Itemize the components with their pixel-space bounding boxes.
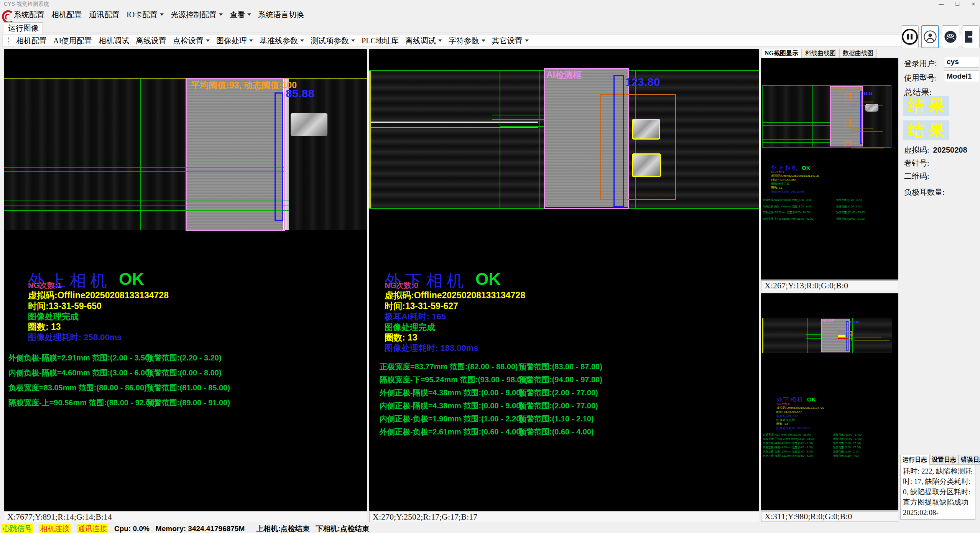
lower-camera-check-status: 下相机:点检结束	[316, 524, 369, 533]
login-user-field[interactable]: cys	[944, 56, 979, 67]
mini-virtual-code: 虚拟码:Offline20250208133134728	[776, 406, 824, 410]
tab-data-curve[interactable]: 数据曲线图	[839, 49, 877, 58]
maximize-icon[interactable]: ☐	[952, 0, 963, 7]
mini-annotation-mark	[850, 131, 883, 132]
time-label: 时间:13-31-59-627	[385, 300, 458, 312]
green-vline	[539, 71, 540, 208]
mini-annotation-mark	[850, 105, 883, 105]
tool-test-item-params[interactable]: 测试项参数	[311, 36, 355, 46]
mini-image-band: AI检测框 123.80	[762, 318, 892, 353]
mini-virtual-code: 虚拟码:Offline20250208133134728	[771, 174, 819, 178]
user-management-button[interactable]	[942, 25, 959, 48]
blue-measure-value: 123.80	[625, 76, 660, 89]
users-group-icon	[944, 30, 957, 43]
tool-baseline-params[interactable]: 基准线参数	[260, 36, 304, 46]
tab-detect-box-yellow	[632, 119, 660, 140]
pause-icon	[902, 29, 918, 45]
mini-measurement: 内侧正极-负极=1.90mm 范围:(1.00 - 2.20)	[763, 450, 813, 454]
ng-preview-upper[interactable]: 平均阈值:93, 动态阈值:100 85.88 外上相机 OK NG次数:1 虚…	[761, 58, 898, 280]
mini-image-band: 平均阈值:93, 动态阈值:100 85.88	[762, 85, 891, 148]
loop-count-label: 圈数: 13	[385, 332, 418, 344]
virtual-code-label: 虚拟码:Offline20250208133134728	[385, 290, 525, 301]
menu-camera-config[interactable]: 相机配置	[51, 10, 82, 20]
menu-io-card-config[interactable]: IO卡配置	[127, 10, 164, 20]
menu-language-switch[interactable]: 系统语言切换	[258, 10, 304, 20]
toolbar-grip-handle[interactable]	[8, 37, 9, 44]
ai-time-label: 极耳AI耗时: 165	[385, 311, 446, 322]
login-user-label: 登录用户:	[904, 58, 937, 69]
measurement-warn: 预警范围:(94.00 - 97.00)	[519, 375, 602, 385]
tool-camera-debug[interactable]: 相机调试	[99, 36, 129, 46]
menu-view[interactable]: 查看	[230, 10, 251, 20]
tab-material-curve[interactable]: 料线曲线图	[802, 49, 839, 58]
lower-camera-view[interactable]: AI检测框 123.80 外下相机 OK NG次数:0 虚拟码:Offline2…	[369, 49, 759, 511]
camera-connection-indicator: 相机连接	[39, 524, 71, 533]
ng-preview-lower[interactable]: AI检测框 123.80 外下相机 OK NG次数:0 虚拟码:Offline2…	[761, 293, 898, 510]
tool-char-params[interactable]: 字符参数	[449, 36, 485, 46]
measurement-warn: 预警范围:(2.00 - 77.00)	[519, 401, 598, 411]
mini-threshold-text: 平均阈值:93, 动态阈值:100	[831, 86, 862, 90]
mini-measurement: 预警范围:(0.60 - 4.00)	[833, 454, 859, 458]
mini-measurement: 预警范围:(94.00 - 97.00)	[833, 437, 862, 441]
upper-camera-view[interactable]: 平均阈值:93, 动态阈值:100 85.88 外上相机 OK NG次数:1 虚…	[4, 49, 367, 511]
tool-ai-usage-config[interactable]: AI使用配置	[53, 36, 92, 46]
ng-count-label: NG次数:1	[28, 280, 62, 291]
tool-image-processing[interactable]: 图像处理	[216, 36, 253, 46]
run-log-text[interactable]: 耗时: 222, 缺陷检测耗时: 17, 缺陷分类耗时: 0, 缺陷提取分区耗时…	[900, 465, 975, 520]
roi-box-pink	[186, 78, 285, 231]
chevron-down-icon	[525, 39, 529, 42]
result-badge-1: 结果	[903, 96, 949, 116]
memory-usage: Memory: 3424.41796875M	[156, 525, 245, 533]
measurement-value: 隔膜宽度-下=95.24mm 范围:(93.00 - 98.00)	[380, 375, 528, 385]
measurement-warn: 预警范围:(1.10 - 2.10)	[519, 414, 594, 424]
measurement-warn: 预警范围:(83.00 - 87.00)	[519, 362, 602, 372]
chevron-down-icon	[249, 39, 253, 42]
measurement-warn: 预警范围:(2.00 - 77.00)	[519, 388, 598, 398]
mini-measurement: 预警范围:(2.00 - 77.00)	[833, 446, 861, 449]
tab-settings-log[interactable]: 设置日志	[929, 455, 959, 465]
mini-camera-result: OK	[807, 396, 816, 403]
mini-defect-box-orange	[845, 141, 852, 146]
tab-run-image[interactable]: 运行图像	[4, 22, 43, 34]
measurement-warn: 预警范围:(0.00 - 8.00)	[146, 368, 222, 378]
window-title: CYS-视觉检测系统	[4, 1, 49, 8]
bright-strip	[369, 122, 538, 123]
menu-comm-config[interactable]: 通讯配置	[89, 10, 120, 20]
virtual-code-value: 20250208	[933, 146, 967, 155]
mini-measurement: 外侧负极-隔膜=2.91mm 范围:(2.00 - 3.50)	[763, 198, 812, 202]
model-field[interactable]: Model1	[944, 71, 979, 82]
mini-measure-box-blue	[860, 91, 862, 144]
user-icon	[924, 30, 937, 43]
menu-light-control-config[interactable]: 光源控制配置	[171, 10, 223, 20]
green-hline	[4, 201, 289, 201]
process-time-label: 图像处理耗时: 183.00ms	[385, 342, 478, 354]
ai-box-label: AI检测框	[546, 69, 582, 81]
mini-loop-count: 圈数: 13	[776, 422, 788, 426]
lower-camera-status: X:270;Y:2502;R:17;G:17;B:17	[369, 512, 759, 522]
user-login-button[interactable]	[921, 25, 939, 48]
measure-box-blue	[613, 75, 624, 207]
tool-plc-address[interactable]: PLC地址库	[362, 36, 399, 46]
pause-button[interactable]	[901, 25, 919, 48]
yellow-edge-line	[762, 318, 763, 353]
minimize-icon[interactable]: —	[936, 0, 947, 7]
chevron-down-icon	[300, 39, 304, 42]
measurement-value: 外侧正极-隔膜=4.38mm 范围:(0.00 - 9.00)	[380, 388, 523, 398]
tool-offline-settings[interactable]: 离线设置	[136, 36, 166, 46]
tab-ng-capture[interactable]: NG截图显示	[761, 49, 802, 58]
mini-measurement: 预警范围:(83.00 - 87.00)	[833, 433, 862, 437]
mini-annotation-mark	[850, 102, 873, 102]
mini-time: 时间:13-31-59-627	[776, 410, 802, 414]
mini-blue-value: 85.88	[864, 92, 873, 95]
tool-other-settings[interactable]: 其它设置	[492, 36, 529, 46]
tab-error-log[interactable]: 错误日志	[959, 455, 980, 465]
tool-spot-check[interactable]: 点检设置	[173, 36, 210, 46]
menu-system-config[interactable]: 系统配置	[14, 10, 44, 20]
tool-camera-config[interactable]: 相机配置	[16, 36, 47, 46]
exit-button[interactable]	[962, 25, 980, 48]
mini-measurement: 负极宽度=83.05mm 范围:(80.00 - 86.00)	[763, 211, 811, 214]
tab-run-log[interactable]: 运行日志	[900, 455, 929, 465]
tool-offline-debug[interactable]: 离线调试	[405, 36, 442, 46]
close-icon[interactable]: ✕	[968, 0, 979, 7]
upper-camera-status: X:7677;Y:891;R:14;G:14;B:14	[4, 512, 367, 522]
